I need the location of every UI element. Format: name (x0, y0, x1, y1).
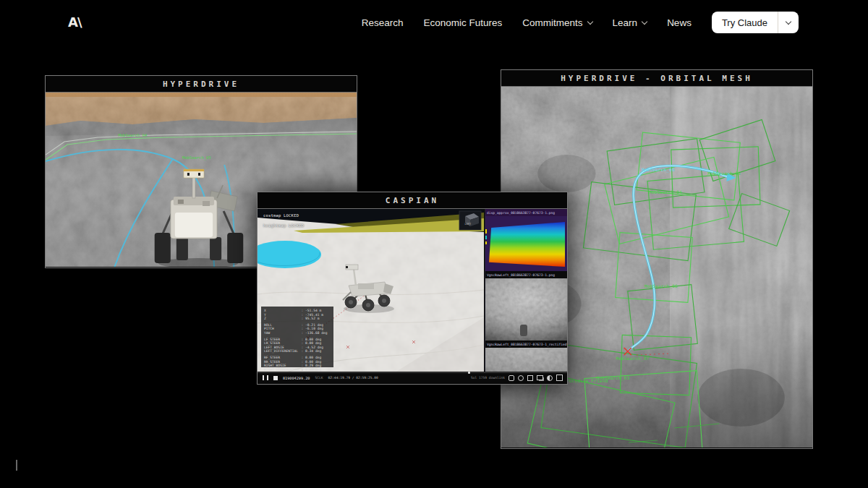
sclk-value: 819004299.20 (283, 376, 310, 380)
telemetry-overlay: X-51.54 m Y-745.41 m Z95.52 m ROLL-0.21 … (261, 307, 333, 367)
downlink-label: Sol 1759 downlink (471, 376, 505, 380)
hyperdrive-panel-title: HYPERDRIVE (46, 76, 357, 93)
message-icon[interactable] (509, 375, 514, 381)
nav-economic-futures[interactable]: Economic Futures (424, 17, 503, 28)
waypoint-label: Crocodile_Friend (563, 378, 608, 384)
nav-commitments-label: Commitments (522, 17, 582, 28)
nav-news-label: News (667, 17, 692, 28)
heightmap-status: heightmap LOCKED (263, 223, 304, 228)
raw-image-label: VgncRawLeft_0818663877-07673-1.png (485, 271, 567, 278)
fullscreen-icon[interactable] (556, 374, 563, 381)
nav-commitments[interactable]: Commitments (522, 17, 592, 28)
nav-learn[interactable]: Learn (613, 17, 647, 28)
raw-camera-image (485, 278, 567, 341)
rectified-camera-image (485, 348, 567, 372)
settings-icon[interactable] (518, 375, 524, 381)
waypoint-label: MobSearch_06 (642, 167, 675, 173)
waypoint-label: MobSearch_06 (644, 283, 678, 289)
rock-feature (520, 325, 527, 336)
edge-pixels (485, 229, 487, 247)
costmap-status: costmap LOCKED (263, 213, 299, 218)
stop-icon[interactable] (273, 376, 278, 380)
caspian-body: costmap LOCKED heightmap LOCKED LEFT X-5… (258, 209, 567, 383)
scrubber-handle[interactable] (468, 372, 470, 374)
page-corner-mark (16, 460, 17, 471)
page: A\ Research Economic Futures Commitments… (0, 0, 868, 488)
layers-icon[interactable] (537, 375, 543, 380)
rectified-image-label: VgncRawLeft_0818663877-07673-1_rectified… (485, 341, 567, 348)
disparity-image (485, 216, 567, 271)
sclk-label: SCLK (315, 376, 323, 380)
disparity-heatmap (489, 222, 565, 267)
orbital-mesh-panel-title: HYPERDRIVE - ORBITAL MESH (501, 70, 812, 87)
pause-icon[interactable] (263, 375, 268, 380)
try-claude-dropdown[interactable] (778, 12, 799, 33)
main-nav: Research Economic Futures Commitments Le… (362, 0, 799, 45)
camera-feed-column: disp_approx_0818663877-07673-1.png VgncR… (485, 209, 567, 372)
caspian-panel: CASPIAN (257, 192, 568, 385)
anthropic-logo[interactable]: A\ (68, 14, 82, 30)
waypoint-label: MobSearch_07 (616, 356, 650, 361)
nav-learn-label: Learn (613, 17, 638, 28)
chevron-down-icon (786, 19, 791, 25)
waypoint-label: MobSearch_05 (707, 171, 741, 176)
caspian-panel-title: CASPIAN (258, 192, 567, 209)
camera-orientation-inset (459, 211, 481, 230)
route-label: MobSearch_04 (118, 133, 148, 138)
disparity-image-label: disp_approx_0818663877-07673-1.png (485, 209, 567, 216)
nav-news[interactable]: News (667, 17, 692, 28)
chevron-down-icon (587, 18, 592, 24)
playback-progress[interactable] (258, 372, 567, 373)
nav-research[interactable]: Research (362, 17, 404, 28)
nav-economic-futures-label: Economic Futures (424, 17, 503, 28)
route-label: MobSearch_05 (182, 155, 211, 160)
try-claude-button[interactable]: Try Claude (712, 12, 799, 33)
try-claude-label: Try Claude (712, 12, 778, 33)
camera-icon[interactable] (527, 375, 533, 381)
nav-research-label: Research (362, 17, 404, 28)
playback-time: 02:44:19.79 / 02:59:25.00 (328, 376, 378, 380)
playback-bar: 819004299.20 SCLK 02:44:19.79 / 02:59:25… (258, 372, 567, 383)
waypoint-label: MobSearch_04 (649, 189, 682, 195)
chevron-down-icon (642, 18, 647, 24)
caspian-3d-view: costmap LOCKED heightmap LOCKED LEFT X-5… (258, 209, 484, 372)
brightness-icon[interactable] (547, 375, 553, 381)
inset-camera-label: LEFT (465, 223, 471, 226)
